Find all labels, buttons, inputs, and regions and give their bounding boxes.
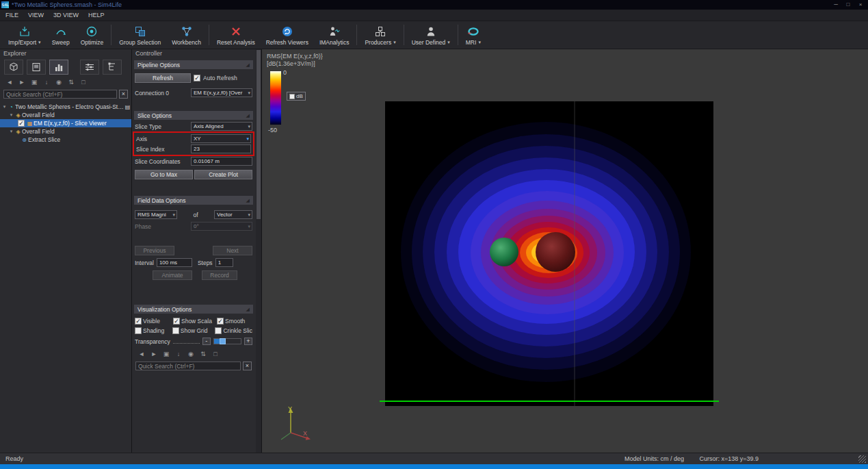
expander-icon[interactable]: ▾ xyxy=(8,112,14,118)
sort-icon[interactable]: ⇅ xyxy=(67,79,75,86)
resize-grip[interactable] xyxy=(858,455,866,463)
notebook-icon[interactable]: ▤ xyxy=(124,104,131,110)
show-grid-checkbox[interactable] xyxy=(172,327,179,334)
toolbar-group-selection-button[interactable]: Group Selection xyxy=(114,22,166,48)
back-icon[interactable]: ◄ xyxy=(5,79,14,86)
slice-options-header[interactable]: Slice Options ◢ xyxy=(134,111,253,120)
clear-search-icon[interactable]: × xyxy=(243,362,252,370)
analysis-view-button[interactable] xyxy=(49,60,68,75)
tree-item-slice-viewer[interactable]: ✓ ▦ EM E(x,y,z,f0) - Slice Viewer xyxy=(0,119,131,127)
menu-3d-view[interactable]: 3D VIEW xyxy=(52,10,84,20)
create-plot-button[interactable]: Create Plot xyxy=(194,170,252,179)
hierarchy-view-button[interactable] xyxy=(103,60,122,75)
slider-handle[interactable] xyxy=(220,338,226,344)
minimize-button[interactable]: ─ xyxy=(830,1,842,9)
next-button[interactable]: Next xyxy=(213,246,252,255)
previous-button[interactable]: Previous xyxy=(135,246,174,255)
collapse-icon[interactable]: ◢ xyxy=(246,307,250,312)
shading-checkbox[interactable] xyxy=(135,327,142,334)
auto-refresh-checkbox[interactable]: ✓ xyxy=(194,75,200,81)
tree-item-extract-slice[interactable]: ⊛ Extract Slice xyxy=(0,136,131,144)
steps-input[interactable] xyxy=(215,258,233,267)
toolbar-user-defined-button[interactable]: User Defined▾ xyxy=(406,22,456,48)
record-button[interactable]: Record xyxy=(202,270,237,280)
forward-icon[interactable]: ► xyxy=(150,351,158,358)
explorer-search-input[interactable] xyxy=(3,90,117,99)
animate-button[interactable]: Animate xyxy=(153,270,192,280)
forward-icon[interactable]: ► xyxy=(18,79,26,86)
smooth-checkbox[interactable]: ✓ xyxy=(217,318,224,325)
chevron-down-icon[interactable]: ▾ xyxy=(447,40,450,45)
slice-type-dropdown[interactable]: Axis Aligned ▾ xyxy=(191,122,252,131)
menu-file[interactable]: FILE xyxy=(4,10,24,20)
show-scale-checkbox[interactable]: ✓ xyxy=(173,318,180,325)
toolbar-workbench-button[interactable]: Workbench xyxy=(166,22,207,48)
toolbar-separator xyxy=(111,25,111,45)
visibility-icon[interactable]: ◉ xyxy=(55,79,63,86)
controller-scrollbar[interactable] xyxy=(256,49,261,453)
db-checkbox[interactable] xyxy=(289,94,295,99)
toolbar-imanalytics-button[interactable]: IMAnalytics xyxy=(314,22,354,48)
toolbar-producers-button[interactable]: Producers▾ xyxy=(359,22,401,48)
go-to-max-button[interactable]: Go to Max xyxy=(135,170,193,179)
slice-viewer-checkbox[interactable]: ✓ xyxy=(18,120,25,127)
toolbar-imp-export-button[interactable]: Imp/Export▾ xyxy=(3,22,47,48)
selection-box-icon[interactable]: □ xyxy=(211,351,220,358)
interval-input[interactable] xyxy=(157,258,192,267)
chevron-down-icon[interactable]: ▾ xyxy=(38,40,41,45)
extract-slice-icon: ⊛ xyxy=(21,137,28,143)
import-icon[interactable]: ↓ xyxy=(174,351,183,358)
component-dropdown[interactable]: Vector ▾ xyxy=(214,210,252,219)
close-button[interactable]: × xyxy=(854,1,867,9)
visualization-options-header[interactable]: Visualization Options ◢ xyxy=(134,305,253,314)
field-data-options-header[interactable]: Field Data Options ◢ xyxy=(134,196,253,205)
scrollbar-thumb[interactable] xyxy=(257,50,261,219)
viewport[interactable]: RMS{EM E(x,y,z,f0)} [dB(1.36e+3V/m)] 0 -… xyxy=(262,49,868,453)
slice-coordinates-input[interactable] xyxy=(191,157,252,166)
expander-icon[interactable]: ▾ xyxy=(1,104,8,110)
maximize-button[interactable]: □ xyxy=(842,1,854,9)
quantity-dropdown[interactable]: RMS Magni ▾ xyxy=(135,210,177,219)
db-toggle[interactable]: dB xyxy=(287,92,306,101)
import-icon[interactable]: ↓ xyxy=(42,79,51,86)
collapse-icon[interactable]: ◢ xyxy=(246,198,250,203)
axis-dropdown[interactable]: XY ▾ xyxy=(191,134,251,143)
save-icon[interactable]: ▣ xyxy=(162,351,170,358)
toolbar-sweep-button[interactable]: Sweep xyxy=(47,22,75,48)
visibility-icon[interactable]: ◉ xyxy=(187,351,195,358)
toolbar-refresh-viewers-button[interactable]: Refresh Viewers xyxy=(261,22,314,48)
explorer-view-switcher xyxy=(0,58,131,76)
menu-help[interactable]: HELP xyxy=(87,10,110,20)
tree-item-overall-field-2[interactable]: ▾ ◈ Overall Field xyxy=(0,127,131,136)
slice-index-input[interactable] xyxy=(191,144,251,153)
crinkle-slice-checkbox[interactable] xyxy=(215,327,222,334)
model-view-button[interactable] xyxy=(4,60,23,75)
clear-search-icon[interactable]: × xyxy=(119,90,128,99)
connection-dropdown[interactable]: EM E(x,y,z,f0) [Over ▾ xyxy=(191,88,252,97)
tree-item-project[interactable]: ▾ ◔ Two Metallic Spheres - Electro Quasi… xyxy=(0,103,131,111)
sort-icon[interactable]: ⇅ xyxy=(199,351,207,358)
slice-render[interactable] xyxy=(385,101,713,406)
tree-item-overall-field-1[interactable]: ▾ ◈ Overall Field xyxy=(0,111,131,119)
pipeline-options-header[interactable]: Pipeline Options ◢ xyxy=(134,60,253,69)
collapse-icon[interactable]: ◢ xyxy=(246,113,250,118)
expander-icon[interactable]: ▾ xyxy=(8,129,14,134)
toolbar-mri-button[interactable]: MRI▾ xyxy=(460,22,486,48)
refresh-button[interactable]: Refresh xyxy=(135,73,191,83)
selection-box-icon[interactable]: □ xyxy=(79,79,88,86)
toolbar-reset-analysis-button[interactable]: Reset Analysis xyxy=(211,22,261,48)
chevron-down-icon[interactable]: ▾ xyxy=(393,40,396,45)
transparency-decrease-button[interactable]: - xyxy=(202,338,211,345)
controller-search-input[interactable] xyxy=(135,362,241,370)
back-icon[interactable]: ◄ xyxy=(137,351,146,358)
save-icon[interactable]: ▣ xyxy=(30,79,38,86)
chevron-down-icon[interactable]: ▾ xyxy=(478,40,481,45)
collapse-icon[interactable]: ◢ xyxy=(246,62,250,68)
settings-view-button[interactable] xyxy=(80,60,99,75)
transparency-increase-button[interactable]: + xyxy=(244,338,252,345)
visible-checkbox[interactable]: ✓ xyxy=(135,318,142,325)
toolbar-optimize-button[interactable]: Optimize xyxy=(75,22,109,48)
transparency-slider[interactable] xyxy=(213,338,241,344)
menu-view[interactable]: VIEW xyxy=(27,10,49,20)
simulation-view-button[interactable] xyxy=(27,60,46,75)
